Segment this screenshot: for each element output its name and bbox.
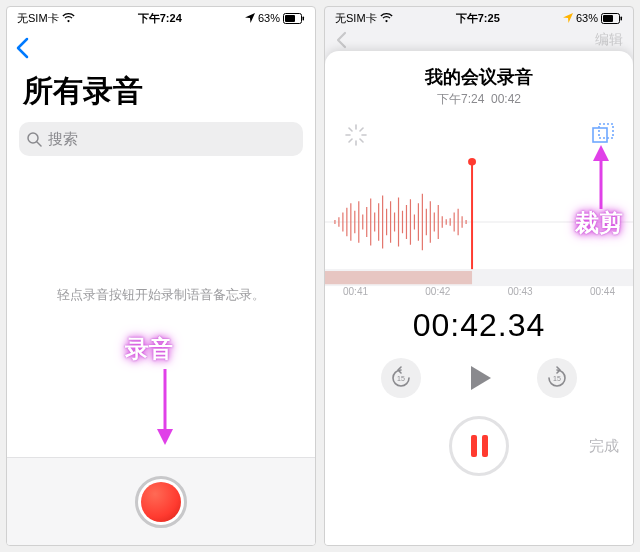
skip-back-icon: 15	[389, 366, 413, 390]
location-icon	[245, 13, 255, 23]
location-icon	[563, 13, 573, 23]
svg-rect-17	[593, 128, 607, 142]
status-time: 下午7:24	[138, 11, 182, 26]
page-title: 所有录音	[7, 67, 315, 122]
pause-bar-icon	[482, 435, 488, 457]
svg-rect-8	[621, 16, 623, 20]
svg-line-15	[360, 128, 363, 131]
svg-rect-2	[303, 16, 305, 20]
battery-text: 63%	[258, 12, 280, 24]
status-time: 下午7:25	[456, 11, 500, 26]
record-dot-icon	[141, 482, 181, 522]
svg-rect-1	[285, 15, 295, 22]
status-bar: 无SIM卡 下午7:24 63%	[7, 7, 315, 29]
svg-rect-58	[325, 271, 472, 284]
back-icon[interactable]	[15, 37, 29, 59]
recording-title[interactable]: 我的会议录音	[325, 65, 633, 89]
record-button[interactable]	[135, 476, 187, 528]
search-placeholder: 搜索	[48, 130, 78, 149]
wifi-icon	[62, 13, 75, 23]
done-button[interactable]: 完成	[589, 437, 619, 456]
pause-bar-icon	[471, 435, 477, 457]
battery-text: 63%	[576, 12, 598, 24]
record-bar	[7, 457, 315, 545]
trim-icon[interactable]	[589, 122, 615, 148]
svg-point-55	[468, 158, 476, 166]
svg-line-13	[349, 128, 352, 131]
carrier-text: 无SIM卡	[335, 11, 377, 26]
pause-button[interactable]	[449, 416, 509, 476]
phone-right: 无SIM卡 下午7:25 63% 编辑 我的会议录音 下午7:24 00:42	[324, 6, 634, 546]
phone-left: 无SIM卡 下午7:24 63% 所有录音 搜索 轻点录音按钮开始录制语音备忘录…	[6, 6, 316, 546]
battery-icon	[601, 13, 623, 24]
elapsed-time: 00:42.34	[325, 307, 633, 344]
dimmed-nav: 编辑	[325, 29, 633, 51]
svg-line-16	[349, 139, 352, 142]
svg-rect-7	[603, 15, 613, 22]
svg-line-14	[360, 139, 363, 142]
status-bar: 无SIM卡 下午7:25 63%	[325, 7, 633, 29]
play-button[interactable]	[461, 360, 497, 396]
search-icon	[27, 132, 42, 147]
edit-sheet: 我的会议录音 下午7:24 00:42	[325, 51, 633, 545]
svg-text:15: 15	[553, 375, 561, 382]
skip-forward-button[interactable]: 15	[537, 358, 577, 398]
enhance-icon[interactable]	[343, 122, 369, 148]
waveform[interactable]	[325, 148, 633, 288]
wifi-icon	[380, 13, 393, 23]
svg-line-4	[37, 142, 41, 146]
back-icon	[335, 31, 347, 49]
skip-back-button[interactable]: 15	[381, 358, 421, 398]
nav-edit: 编辑	[595, 31, 623, 49]
battery-icon	[283, 13, 305, 24]
svg-text:15: 15	[397, 375, 405, 382]
skip-forward-icon: 15	[545, 366, 569, 390]
recording-subtitle: 下午7:24 00:42	[325, 91, 633, 108]
search-input[interactable]: 搜索	[19, 122, 303, 156]
svg-rect-18	[599, 124, 613, 138]
carrier-text: 无SIM卡	[17, 11, 59, 26]
nav-bar	[7, 29, 315, 67]
